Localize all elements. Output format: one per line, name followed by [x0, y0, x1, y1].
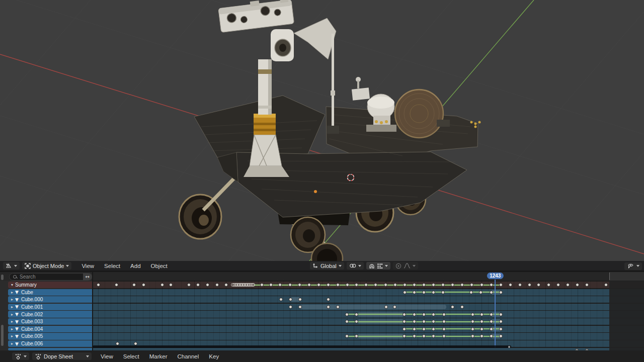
keyframe[interactable]	[499, 283, 503, 287]
scrollbar-resize-handle[interactable]	[508, 346, 510, 348]
keyframe[interactable]	[460, 283, 464, 287]
keyframe[interactable]	[499, 327, 503, 331]
dopesheet-menu-key[interactable]: Key	[204, 352, 224, 360]
keyframe[interactable]	[132, 283, 136, 287]
keyframe[interactable]	[480, 334, 484, 338]
keyframe[interactable]	[187, 283, 191, 287]
keyframe[interactable]	[403, 320, 406, 323]
keyframe[interactable]	[480, 327, 484, 331]
keyframe[interactable]	[471, 320, 474, 323]
keyframe[interactable]	[364, 283, 368, 287]
keyframe[interactable]	[432, 320, 435, 323]
keyframe[interactable]	[422, 283, 426, 287]
keyframe[interactable]	[278, 283, 282, 287]
keyframe[interactable]	[345, 313, 349, 316]
keyframe[interactable]	[471, 327, 474, 331]
keyframe[interactable]	[413, 327, 416, 331]
keyframe[interactable]	[460, 305, 464, 309]
keyframe[interactable]	[413, 313, 416, 316]
keyframe[interactable]	[422, 320, 426, 323]
keyframe[interactable]	[432, 283, 435, 287]
vertical-scrollbar-top[interactable]	[1, 275, 4, 280]
vertical-scrollbar[interactable]	[1, 325, 4, 346]
keyframe[interactable]	[604, 283, 608, 287]
keyframe[interactable]	[413, 320, 416, 323]
keyframe[interactable]	[480, 313, 484, 316]
keyframe[interactable]	[169, 283, 173, 287]
editor-type-button[interactable]	[12, 352, 29, 360]
keyframe[interactable]	[422, 327, 426, 331]
keyframe[interactable]	[142, 283, 145, 287]
keyframe[interactable]	[490, 327, 493, 331]
keyframe[interactable]	[451, 305, 454, 309]
keyframe[interactable]	[442, 313, 446, 316]
keyframe[interactable]	[374, 283, 377, 287]
keyframe[interactable]	[528, 283, 531, 287]
keyframe[interactable]	[327, 298, 330, 301]
dopesheet-menu-channel[interactable]: Channel	[172, 352, 204, 360]
keyframe[interactable]	[432, 334, 435, 338]
keyframe[interactable]	[470, 283, 473, 287]
keyframe[interactable]	[134, 342, 137, 345]
keyframe[interactable]	[393, 283, 397, 287]
keyframe[interactable]	[403, 313, 406, 316]
keyframe[interactable]	[556, 283, 560, 287]
keyframe[interactable]	[441, 283, 445, 287]
editor-mode-dropdown[interactable]: Dope Sheet	[32, 352, 92, 360]
keyframe[interactable]	[403, 327, 406, 331]
dopesheet-menu-marker[interactable]: Marker	[144, 352, 173, 360]
keyframe[interactable]	[384, 305, 388, 309]
dopesheet-menu-select[interactable]: Select	[118, 352, 144, 360]
keyframe[interactable]	[442, 334, 446, 338]
keyframe[interactable]	[288, 283, 292, 287]
keyframe[interactable]	[384, 283, 387, 287]
keyframe[interactable]	[490, 291, 493, 294]
keyframe[interactable]	[490, 313, 493, 316]
keyframe[interactable]	[279, 298, 283, 301]
keyframe[interactable]	[518, 283, 522, 287]
keyframe[interactable]	[432, 327, 435, 331]
keyframe[interactable]	[215, 283, 219, 287]
keyframe[interactable]	[480, 283, 484, 287]
keyframe[interactable]	[403, 291, 407, 294]
keyframe[interactable]	[413, 334, 416, 338]
keyframe[interactable]	[346, 283, 349, 287]
keyframe[interactable]	[422, 291, 426, 294]
keyframe[interactable]	[206, 283, 209, 287]
keyframe[interactable]	[566, 283, 570, 287]
keyframe[interactable]	[403, 334, 406, 338]
keyframe-ring[interactable]	[252, 283, 255, 287]
keyframe[interactable]	[585, 283, 589, 287]
keyframe[interactable]	[499, 313, 503, 316]
keyframe[interactable]	[499, 320, 503, 323]
keyframe[interactable]	[355, 313, 358, 316]
keyframe[interactable]	[224, 283, 228, 287]
keyframe[interactable]	[441, 291, 445, 294]
keyframe[interactable]	[160, 283, 164, 287]
keyframe[interactable]	[298, 298, 302, 301]
keyframe[interactable]	[480, 320, 484, 323]
keyframe[interactable]	[537, 283, 540, 287]
keyframe[interactable]	[499, 291, 503, 294]
keyframe[interactable]	[115, 283, 118, 287]
horizontal-scrollbar[interactable]	[93, 345, 511, 348]
playhead-line[interactable]	[495, 280, 496, 347]
keyframe[interactable]	[432, 291, 435, 294]
column-divider[interactable]	[92, 272, 93, 350]
keyframe[interactable]	[413, 291, 416, 294]
keyframe[interactable]	[269, 283, 273, 287]
keyframe[interactable]	[307, 283, 311, 287]
keyframe[interactable]	[451, 283, 454, 287]
keyframe[interactable]	[196, 283, 200, 287]
current-frame-badge[interactable]: 1243	[487, 273, 503, 279]
keyframe[interactable]	[442, 327, 446, 331]
keyframe[interactable]	[345, 320, 349, 323]
keyframe[interactable]	[345, 334, 349, 338]
keyframe[interactable]	[442, 320, 446, 323]
keyframe[interactable]	[97, 283, 100, 287]
keyframe[interactable]	[432, 313, 435, 316]
keyframe[interactable]	[471, 313, 474, 316]
keyframe[interactable]	[413, 283, 416, 287]
keyframe[interactable]	[479, 291, 482, 294]
keyframe[interactable]	[327, 283, 330, 287]
